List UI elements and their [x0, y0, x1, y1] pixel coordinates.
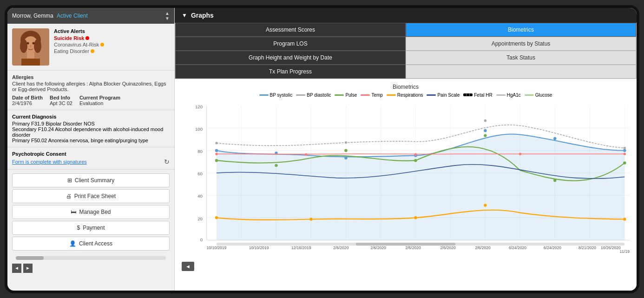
- tab-program-los[interactable]: Program LOS: [175, 37, 406, 51]
- svg-point-50: [414, 159, 417, 161]
- svg-point-47: [215, 159, 218, 161]
- payment-button[interactable]: $ Payment: [12, 221, 170, 235]
- tab-assessment-scores-label: Assessment Scores: [266, 26, 315, 33]
- svg-rect-8: [21, 59, 40, 66]
- svg-point-61: [414, 216, 417, 219]
- diagnosis-line-3: Primary F50.02 Anorexia nervosa, binge e…: [12, 138, 170, 143]
- chart-nav-prev[interactable]: ◄: [182, 262, 194, 271]
- tab-graph-height-weight[interactable]: Graph Height and Weight by Date: [175, 51, 406, 65]
- coronavirus-dot: [100, 43, 104, 46]
- sidebar-header: Morrow, Gemma Active Client ▲ ▼: [7, 8, 174, 24]
- tab-appointments-by-status[interactable]: Appointments by Status: [406, 37, 636, 51]
- legend-bp-systolic: BP systolic: [259, 93, 293, 98]
- tab-graph-height-weight-label: Graph Height and Weight by Date: [249, 54, 332, 61]
- svg-rect-7: [27, 53, 34, 60]
- allergies-text: Client has the following allergies : Alp…: [12, 81, 170, 92]
- suicide-risk-dot: [85, 36, 89, 40]
- svg-point-62: [484, 204, 486, 206]
- legend-respirations-label: Respirations: [397, 93, 423, 98]
- client-name-label: Morrow, Gemma Active Client: [12, 13, 88, 19]
- svg-text:120: 120: [195, 104, 203, 109]
- tab-assessment-scores[interactable]: Assessment Scores: [175, 23, 406, 37]
- tab-task-status[interactable]: Task Status: [406, 51, 636, 65]
- client-summary-label: Client Summary: [75, 177, 114, 184]
- chart-svg: 120 100 80 60 40 20 0: [182, 101, 630, 259]
- svg-point-59: [215, 216, 218, 219]
- svg-text:10/26/2020: 10/26/2020: [601, 245, 621, 250]
- svg-text:2/6/2020: 2/6/2020: [440, 245, 456, 250]
- alert-eating-disorder: Eating Disorder: [54, 48, 170, 54]
- scroll-arrows[interactable]: ▲ ▼: [165, 11, 170, 21]
- svg-point-41: [553, 137, 556, 139]
- client-access-label: Client Access: [79, 240, 112, 247]
- legend-temp-line: [361, 94, 370, 96]
- nav-next-button[interactable]: ►: [23, 264, 33, 273]
- manage-bed-button[interactable]: 🛏 Manage Bed: [12, 205, 170, 219]
- dob-label: Date of Birth: [12, 95, 43, 100]
- client-details: Active Alerts Suicide Risk Coronavirus A…: [54, 28, 170, 66]
- graphs-chevron[interactable]: ▼: [182, 12, 187, 19]
- svg-point-44: [345, 141, 347, 143]
- dob-value: 2/4/1976: [12, 100, 43, 106]
- legend-pulse-label: Pulse: [345, 93, 357, 98]
- legend-fetal-hr: Fetal HR: [463, 93, 492, 98]
- legend-temp-label: Temp: [371, 93, 382, 98]
- chart-legend: BP systolic BP diastolic Pulse Temp Resp…: [182, 93, 630, 98]
- diagnosis-section: Current Diagnosis Primary F31.9 Bipolar …: [7, 110, 174, 147]
- svg-point-52: [553, 179, 556, 181]
- psychotropic-section: Psychotropic Consent Form is complete wi…: [7, 147, 174, 170]
- tab-appointments-label: Appointments by Status: [492, 40, 551, 47]
- svg-point-58: [624, 152, 626, 155]
- svg-point-40: [484, 129, 486, 132]
- svg-point-5: [27, 42, 29, 44]
- legend-respirations-line: [387, 94, 396, 96]
- svg-text:2/6/2020: 2/6/2020: [333, 245, 349, 250]
- svg-point-42: [623, 149, 626, 152]
- chart-title: Biometrics: [182, 84, 630, 90]
- legend-glucose-line: [525, 94, 534, 96]
- tab-biometrics[interactable]: Biometrics: [406, 23, 636, 37]
- svg-text:2/6/2020: 2/6/2020: [370, 245, 386, 250]
- legend-hga1c-line: [496, 94, 506, 96]
- svg-point-38: [344, 156, 347, 159]
- legend-fetal-hr-label: Fetal HR: [474, 93, 492, 98]
- svg-point-55: [305, 153, 307, 155]
- tab-tx-plan-progress[interactable]: Tx Plan Progress: [175, 65, 406, 79]
- bed-info-col: Bed Info Apt 3C 02: [50, 95, 72, 106]
- svg-text:2/6/2020: 2/6/2020: [405, 245, 421, 250]
- svg-point-63: [623, 218, 626, 220]
- svg-rect-78: [356, 242, 455, 245]
- refresh-icon[interactable]: ↻: [164, 158, 170, 166]
- user-icon: 👤: [69, 240, 76, 247]
- svg-point-53: [623, 161, 626, 164]
- dob-col: Date of Birth 2/4/1976: [12, 95, 43, 106]
- psychotropic-link[interactable]: Form is complete with signatures: [12, 159, 87, 165]
- action-buttons: ⊞ Client Summary 🖨 Print Face Sheet 🛏 Ma…: [7, 170, 174, 254]
- svg-text:10/10/2019: 10/10/2019: [207, 245, 227, 250]
- print-face-sheet-button[interactable]: 🖨 Print Face Sheet: [12, 189, 170, 203]
- legend-pulse: Pulse: [335, 93, 357, 98]
- biometrics-chart: 120 100 80 60 40 20 0: [182, 101, 630, 259]
- legend-temp: Temp: [361, 93, 382, 98]
- svg-point-48: [275, 164, 277, 166]
- svg-point-57: [519, 152, 521, 155]
- svg-point-4: [34, 39, 41, 53]
- client-summary-button[interactable]: ⊞ Client Summary: [12, 173, 170, 187]
- legend-bp-systolic-line: [259, 94, 269, 96]
- svg-point-56: [414, 153, 417, 155]
- client-photo: [12, 28, 49, 66]
- dollar-icon: $: [77, 225, 80, 231]
- payment-label: Payment: [83, 225, 105, 231]
- graphs-header: ▼ Graphs: [175, 8, 637, 23]
- svg-text:6/24/2020: 6/24/2020: [509, 245, 526, 250]
- sidebar-scrollbar[interactable]: [16, 256, 166, 260]
- legend-pulse-line: [335, 94, 344, 96]
- diagnosis-line-1: Primary F31.9 Bipolar Disorder NOS: [12, 121, 170, 126]
- suicide-risk-text: Suicide Risk: [54, 35, 84, 41]
- legend-respirations: Respirations: [387, 93, 423, 98]
- nav-prev-button[interactable]: ◄: [12, 264, 21, 273]
- legend-hga1c: HgA1c: [496, 93, 521, 98]
- tab-biometrics-label: Biometrics: [508, 26, 534, 33]
- client-access-button[interactable]: 👤 Client Access: [12, 237, 170, 251]
- tab-empty: [406, 65, 636, 79]
